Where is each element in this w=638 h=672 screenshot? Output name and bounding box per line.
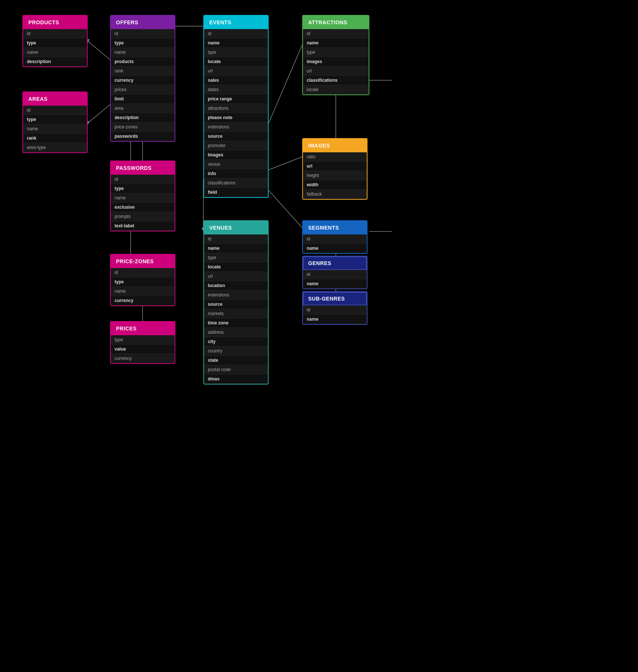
field-row: description: [111, 113, 175, 122]
field-row: name: [111, 193, 175, 203]
field-row: id: [303, 305, 367, 315]
field-row: height: [303, 171, 367, 180]
field-row: name: [23, 48, 87, 57]
field-row: id: [204, 29, 268, 38]
table-segments-header: SEGMENTS: [303, 221, 367, 234]
field-row: area-type: [23, 143, 87, 152]
table-subgenres-fields: id name: [303, 305, 367, 324]
table-passwords-header: PASSWORDS: [111, 161, 175, 175]
field-row: field: [204, 188, 268, 197]
field-row: id: [111, 268, 175, 277]
field-row: value: [111, 345, 175, 354]
field-row: name: [303, 244, 367, 253]
field-row: url: [204, 66, 268, 76]
table-venues-header: VENUES: [204, 221, 268, 234]
field-row: prices: [111, 85, 175, 94]
table-areas: AREAS id type name rank area-type: [22, 91, 88, 153]
table-genres-fields: id name: [303, 270, 367, 289]
table-prices-header: PRICES: [111, 322, 175, 335]
table-subgenres: SUB-GENRES id name: [302, 291, 368, 325]
table-areas-header: AREAS: [23, 92, 87, 106]
table-venues-fields: id name type locate url location extensi…: [204, 234, 268, 384]
field-row: id: [23, 106, 87, 115]
field-row: currency: [111, 76, 175, 85]
field-row: name: [303, 279, 367, 289]
table-genres-header: GENRES: [303, 256, 367, 270]
field-row: rank: [111, 66, 175, 76]
field-row: promoter: [204, 141, 268, 150]
field-row: id: [23, 29, 87, 38]
field-row: url: [303, 162, 367, 171]
field-row: products: [111, 57, 175, 66]
svg-line-9: [88, 105, 110, 123]
table-events-header: EVENTS: [204, 16, 268, 29]
field-row: time zone: [204, 318, 268, 328]
field-row: type: [23, 38, 87, 48]
field-row: type: [111, 335, 175, 345]
table-segments: SEGMENTS id name: [302, 220, 368, 254]
field-row: name: [204, 38, 268, 48]
field-row: type: [23, 115, 87, 124]
field-row: name: [204, 244, 268, 253]
field-row: url: [303, 66, 369, 76]
field-row: type: [111, 277, 175, 287]
field-row: type: [204, 48, 268, 57]
field-row: type: [204, 253, 268, 262]
field-row: price range: [204, 94, 268, 104]
field-row: please note: [204, 113, 268, 122]
table-price-zones-header: PRICE-ZONES: [111, 255, 175, 268]
field-row: ratio: [303, 152, 367, 162]
field-row: country: [204, 346, 268, 356]
svg-line-3: [269, 157, 302, 170]
field-row: attractions: [204, 104, 268, 113]
field-row: markets: [204, 309, 268, 318]
table-areas-fields: id type name rank area-type: [23, 106, 87, 152]
field-row: type: [111, 184, 175, 193]
field-row: sales: [204, 76, 268, 85]
diagram-container: PRODUCTS id type name description AREAS …: [0, 0, 638, 672]
field-row: address: [204, 328, 268, 337]
field-row: name: [111, 48, 175, 57]
field-row: id: [303, 29, 369, 38]
field-row: text-label: [111, 221, 175, 231]
field-row: id: [204, 234, 268, 244]
field-row: classifications: [303, 76, 369, 85]
field-row: id: [111, 175, 175, 184]
table-offers: OFFERS id type name products rank curren…: [110, 15, 175, 142]
field-row: Images: [204, 150, 268, 160]
field-row: currency: [111, 296, 175, 305]
field-row: extensions: [204, 122, 268, 132]
field-row: exclusive: [111, 203, 175, 212]
field-row: id: [303, 270, 367, 279]
svg-line-2: [269, 45, 302, 123]
field-row: price-zones: [111, 122, 175, 132]
svg-line-7: [88, 41, 110, 60]
field-row: rank: [23, 134, 87, 143]
table-attractions-header: ATTRACTIONS: [303, 16, 369, 29]
table-attractions: ATTRACTIONS id name type images url clas…: [302, 15, 369, 95]
table-products: PRODUCTS id type name description: [22, 15, 88, 67]
field-row: name: [303, 38, 369, 48]
table-subgenres-header: SUB-GENRES: [303, 292, 367, 305]
field-row: name: [303, 315, 367, 324]
field-row: extensions: [204, 290, 268, 300]
field-row: limit: [111, 94, 175, 104]
table-images: IMAGES ratio url height width fallback: [302, 138, 368, 200]
field-row: id: [111, 29, 175, 38]
table-products-header: PRODUCTS: [23, 16, 87, 29]
table-events: EVENTS id name type locate url sales dat…: [203, 15, 269, 198]
table-events-fields: id name type locate url sales dates pric…: [204, 29, 268, 197]
field-row: fallback: [303, 190, 367, 199]
table-passwords-fields: id type name exclusive prompts text-labe…: [111, 175, 175, 231]
table-venues: VENUES id name type locate url location …: [203, 220, 269, 385]
field-row: source: [204, 300, 268, 309]
field-row: info: [204, 169, 268, 178]
field-row: locate: [204, 57, 268, 66]
table-segments-fields: id name: [303, 234, 367, 253]
field-row: dmas: [204, 374, 268, 384]
field-row: type: [303, 48, 369, 57]
table-offers-fields: id type name products rank currency pric…: [111, 29, 175, 141]
field-row: currency: [111, 354, 175, 363]
connections-svg: [0, 0, 638, 672]
field-row: venue: [204, 160, 268, 169]
